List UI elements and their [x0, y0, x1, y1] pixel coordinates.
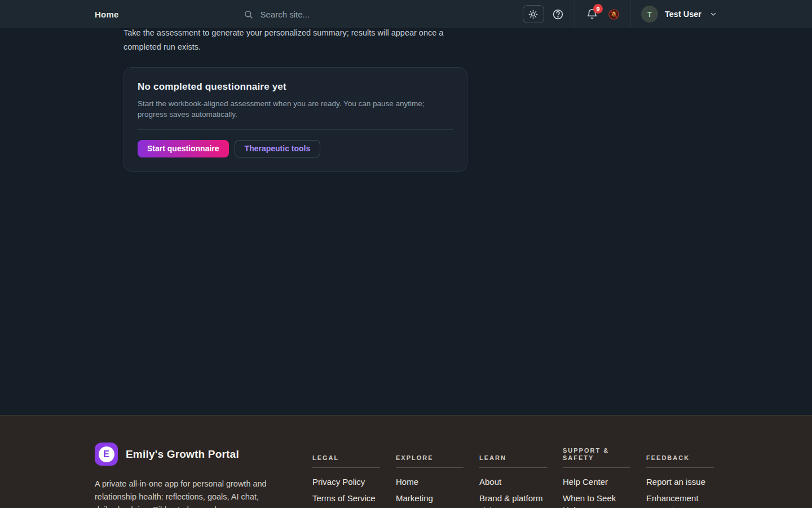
footer-heading: LEARN: [479, 443, 547, 462]
chevron-down-icon: [709, 10, 717, 18]
navbar-divider: [630, 0, 630, 28]
footer-link-marketing[interactable]: Marketing: [396, 492, 464, 504]
footer-heading: SUPPORT & SAFETY: [563, 443, 630, 462]
user-menu[interactable]: T Test User: [641, 6, 717, 23]
footer-column-learn: LEARN About Brand & platform vision: [479, 443, 547, 508]
nav-home-link[interactable]: Home: [95, 10, 118, 19]
brand-logo-letter: E: [99, 446, 114, 462]
search-input[interactable]: [259, 9, 379, 20]
results-intro-text: Take the assessment to generate your per…: [123, 26, 484, 54]
page-footer: E Emily's Growth Portal A private all-in…: [0, 415, 812, 508]
footer-link-help-center[interactable]: Help Center: [563, 476, 630, 488]
start-questionnaire-button[interactable]: Start questionnaire: [138, 140, 229, 157]
user-name: Test User: [665, 10, 701, 19]
therapeutic-tools-button[interactable]: Therapeutic tools: [235, 140, 321, 157]
footer-link-enhancement-requests[interactable]: Enhancement requests: [646, 492, 714, 508]
footer-column-explore: EXPLORE Home Marketing: [396, 443, 464, 508]
footer-heading-divider: [479, 467, 547, 468]
notification-badge: 9: [593, 4, 603, 14]
footer-brand-block: E Emily's Growth Portal A private all-in…: [95, 443, 268, 508]
footer-link-privacy-policy[interactable]: Privacy Policy: [312, 476, 380, 488]
avatar: T: [641, 6, 658, 23]
brand-logo-icon: E: [95, 443, 118, 466]
theme-toggle-button[interactable]: [523, 5, 544, 23]
footer-heading-divider: [563, 467, 630, 468]
footer-heading: FEEDBACK: [646, 443, 714, 462]
footer-column-feedback: FEEDBACK Report an issue Enhancement req…: [646, 443, 714, 508]
muted-alert-icon[interactable]: [608, 9, 619, 20]
card-description: Start the workbook-aligned assessment wh…: [138, 98, 436, 120]
footer-heading: EXPLORE: [396, 443, 464, 462]
footer-column-support-safety: SUPPORT & SAFETY Help Center When to See…: [563, 443, 630, 508]
footer-link-brand-platform-vision[interactable]: Brand & platform vision: [479, 492, 547, 508]
navbar-divider: [575, 0, 575, 28]
footer-heading-divider: [646, 467, 714, 468]
site-search[interactable]: [244, 9, 379, 20]
footer-link-report-an-issue[interactable]: Report an issue: [646, 476, 714, 488]
sun-icon: [528, 10, 538, 19]
intro-visible-line: completed run exists.: [123, 40, 484, 54]
navbar-actions: 9 T Test User: [523, 0, 717, 28]
footer-heading: LEGAL: [312, 443, 380, 462]
top-navbar: Home 9: [0, 0, 812, 29]
footer-columns: LEGAL Privacy Policy Terms of Service EX…: [312, 443, 714, 508]
brand-row: E Emily's Growth Portal: [95, 443, 268, 466]
card-divider: [138, 129, 453, 130]
footer-heading-divider: [396, 467, 464, 468]
footer-column-legal: LEGAL Privacy Policy Terms of Service: [312, 443, 380, 508]
footer-link-about[interactable]: About: [479, 476, 547, 488]
footer-heading-divider: [312, 467, 380, 468]
footer-link-home[interactable]: Home: [396, 476, 464, 488]
search-icon: [244, 10, 253, 19]
brand-name: Emily's Growth Portal: [126, 448, 239, 461]
question-circle-icon: [552, 8, 564, 20]
card-actions: Start questionnaire Therapeutic tools: [138, 140, 453, 157]
notifications-button[interactable]: 9: [586, 8, 598, 20]
brand-description: A private all-in-one app for personal gr…: [95, 478, 268, 508]
main-content: Take the assessment to generate your per…: [0, 0, 812, 415]
card-title: No completed questionnaire yet: [138, 81, 453, 93]
footer-link-when-to-seek-help[interactable]: When to Seek Help: [563, 492, 630, 508]
help-button[interactable]: [552, 8, 564, 20]
footer-link-terms-of-service[interactable]: Terms of Service: [312, 492, 380, 504]
questionnaire-empty-state-card: No completed questionnaire yet Start the…: [123, 67, 467, 172]
